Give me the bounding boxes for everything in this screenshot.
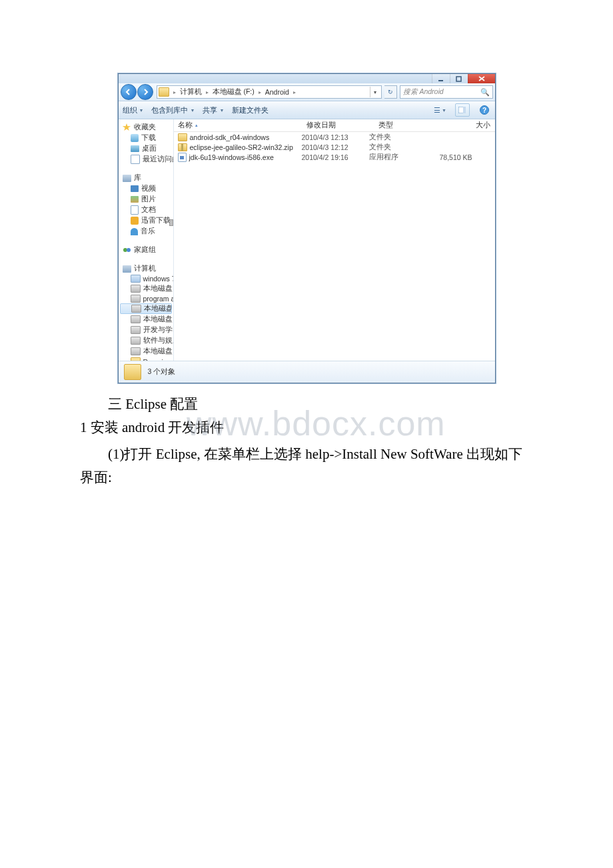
minimize-button[interactable] bbox=[432, 74, 450, 83]
nav-back-button[interactable] bbox=[121, 84, 137, 100]
nav-drive-d[interactable]: 本地磁盘 (D:) bbox=[119, 283, 173, 294]
preview-pane-button[interactable] bbox=[455, 103, 470, 117]
explorer-toolbar: 组织▼ 包含到库中▼ 共享▼ 新建文件夹 ☰▼ ? bbox=[119, 101, 495, 119]
nav-drive-g[interactable]: 本地磁盘 (G:) bbox=[119, 314, 173, 325]
chevron-right-icon: ▸ bbox=[206, 89, 209, 95]
include-in-library-menu[interactable]: 包含到库中▼ bbox=[151, 105, 195, 115]
nav-drive-i[interactable]: 开发与学习 (I: bbox=[119, 325, 173, 335]
help-button[interactable]: ? bbox=[478, 104, 491, 116]
svg-point-7 bbox=[127, 248, 131, 252]
file-row[interactable]: android-sdk_r04-windows 2010/4/3 12:13 文… bbox=[174, 132, 495, 142]
svg-rect-3 bbox=[463, 107, 466, 113]
drive-icon bbox=[131, 275, 141, 283]
close-button[interactable] bbox=[468, 74, 495, 83]
music-icon bbox=[131, 228, 138, 235]
drive-icon bbox=[131, 315, 141, 323]
search-input[interactable]: 搜索 Android 🔍 bbox=[400, 85, 493, 99]
folder-large-icon bbox=[124, 364, 141, 380]
drive-icon bbox=[131, 347, 141, 355]
computer-icon bbox=[123, 265, 131, 273]
recent-icon bbox=[131, 155, 140, 164]
drive-icon bbox=[131, 285, 141, 293]
column-type[interactable]: 类型 bbox=[374, 119, 433, 131]
exe-icon bbox=[178, 153, 187, 162]
folder-icon bbox=[159, 87, 169, 97]
new-folder-button[interactable]: 新建文件夹 bbox=[232, 105, 269, 115]
status-text: 3 个对象 bbox=[148, 367, 176, 377]
path-segment[interactable]: 本地磁盘 (F:) bbox=[213, 87, 255, 97]
nav-homegroup[interactable]: 家庭组 bbox=[119, 245, 173, 255]
chevron-right-icon: ▸ bbox=[293, 89, 296, 95]
view-mode-button[interactable]: ☰▼ bbox=[434, 104, 447, 116]
zip-icon bbox=[178, 143, 187, 151]
svg-rect-1 bbox=[456, 77, 461, 81]
nav-drive-k[interactable]: 本地磁盘 (K:) bbox=[119, 346, 173, 357]
nav-scrollbar[interactable] bbox=[169, 219, 173, 226]
homegroup-icon bbox=[123, 246, 131, 254]
document-icon bbox=[131, 205, 139, 215]
maximize-button[interactable] bbox=[450, 74, 468, 83]
path-segment[interactable]: Android bbox=[265, 88, 289, 96]
column-headers: 名称 ▴ 修改日期 类型 大小 bbox=[174, 119, 495, 132]
file-list-pane: 名称 ▴ 修改日期 类型 大小 android-sdk_r04-windows … bbox=[174, 119, 495, 361]
heading-line: 三 Eclipse 配置 bbox=[80, 393, 533, 416]
nav-thunder[interactable]: 迅雷下载 bbox=[119, 215, 173, 226]
path-segment[interactable]: 计算机 bbox=[180, 87, 202, 97]
nav-pictures[interactable]: 图片 bbox=[119, 194, 173, 205]
nav-downloads[interactable]: 下载 bbox=[119, 133, 173, 143]
picture-icon bbox=[131, 196, 139, 203]
search-placeholder: 搜索 Android bbox=[403, 87, 444, 97]
desktop-icon bbox=[131, 145, 139, 152]
search-icon: 🔍 bbox=[480, 88, 490, 97]
nav-documents[interactable]: 文档 bbox=[119, 205, 173, 215]
star-icon bbox=[123, 123, 131, 131]
organize-menu[interactable]: 组织▼ bbox=[123, 105, 144, 115]
breadcrumb-path[interactable]: ▸ 计算机 ▸ 本地磁盘 (F:) ▸ Android ▸ ▾ bbox=[157, 85, 382, 99]
nav-libraries[interactable]: 库 bbox=[119, 173, 173, 183]
drive-icon bbox=[131, 337, 141, 345]
video-icon bbox=[131, 185, 139, 192]
sort-asc-icon: ▴ bbox=[195, 123, 198, 128]
nav-drive-e[interactable]: program and bbox=[119, 294, 173, 303]
nav-desktop[interactable]: 桌面 bbox=[119, 143, 173, 154]
chevron-right-icon: ▸ bbox=[173, 89, 176, 95]
nav-drive-f[interactable]: 本地磁盘 (F:) bbox=[120, 303, 172, 314]
svg-text:?: ? bbox=[482, 107, 486, 114]
navigation-pane: 收藏夹 下载 桌面 最近访问的位 库 视频 图片 文档 迅雷下载 音乐 bbox=[119, 119, 174, 361]
refresh-button[interactable]: ↻ bbox=[384, 85, 397, 99]
column-name[interactable]: 名称 ▴ bbox=[174, 119, 303, 131]
document-body: 三 Eclipse 配置 1 安装 android 开发插件 (1)打开 Ecl… bbox=[80, 393, 533, 489]
status-bar: 3 个对象 bbox=[119, 361, 495, 383]
folder-icon bbox=[178, 133, 187, 141]
column-date[interactable]: 修改日期 bbox=[303, 119, 374, 131]
nav-forward-button[interactable] bbox=[137, 84, 153, 100]
download-icon bbox=[131, 134, 139, 142]
window-titlebar bbox=[119, 74, 495, 83]
nav-drive-c[interactable]: windows 7 (C bbox=[119, 274, 173, 283]
drive-icon bbox=[131, 305, 141, 313]
file-row[interactable]: jdk-6u19-windows-i586.exe 2010/4/2 19:16… bbox=[174, 152, 495, 162]
address-bar: ▸ 计算机 ▸ 本地磁盘 (F:) ▸ Android ▸ ▾ ↻ 搜索 And… bbox=[119, 83, 495, 101]
column-size[interactable]: 大小 bbox=[433, 119, 495, 131]
nav-roaming[interactable]: Roaming bbox=[119, 357, 173, 361]
svg-rect-0 bbox=[438, 80, 443, 81]
drive-icon bbox=[131, 295, 141, 303]
explorer-window: ▸ 计算机 ▸ 本地磁盘 (F:) ▸ Android ▸ ▾ ↻ 搜索 And… bbox=[118, 73, 496, 383]
nav-drive-j[interactable]: 软件与娱乐 (J: bbox=[119, 335, 173, 346]
nav-recent[interactable]: 最近访问的位 bbox=[119, 154, 173, 165]
nav-music[interactable]: 音乐 bbox=[119, 226, 173, 237]
paragraph: (1)打开 Eclipse, 在菜单栏上选择 help->Install New… bbox=[80, 443, 533, 489]
share-menu[interactable]: 共享▼ bbox=[203, 105, 224, 115]
nav-computer[interactable]: 计算机 bbox=[119, 263, 173, 274]
drive-icon bbox=[131, 326, 141, 334]
nav-favorites[interactable]: 收藏夹 bbox=[119, 122, 173, 133]
subheading-line: 1 安装 android 开发插件 bbox=[80, 416, 533, 439]
folder-icon bbox=[131, 357, 141, 361]
chevron-right-icon: ▸ bbox=[259, 89, 261, 95]
thunder-icon bbox=[131, 217, 139, 225]
nav-videos[interactable]: 视频 bbox=[119, 183, 173, 194]
library-icon bbox=[123, 175, 131, 182]
file-row[interactable]: eclipse-jee-galileo-SR2-win32.zip 2010/4… bbox=[174, 142, 495, 152]
path-dropdown[interactable]: ▾ bbox=[370, 87, 380, 97]
